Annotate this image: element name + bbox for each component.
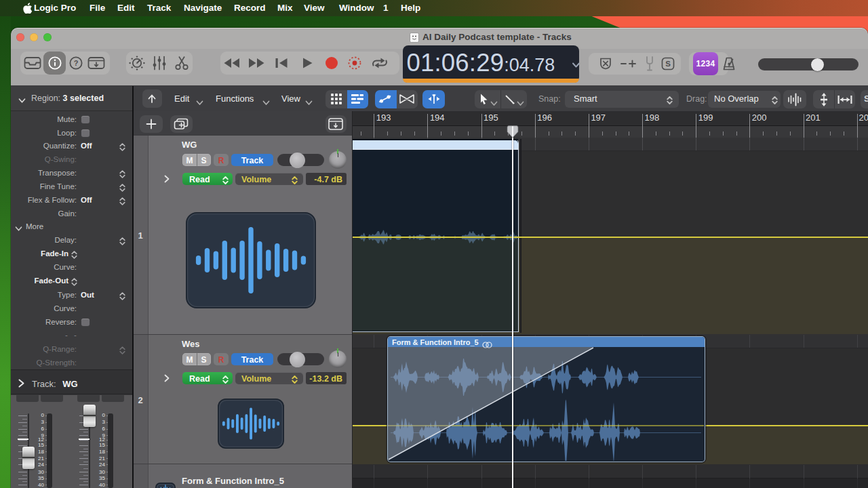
svg-text:?: ? bbox=[73, 59, 78, 67]
svg-text:S: S bbox=[665, 60, 671, 68]
